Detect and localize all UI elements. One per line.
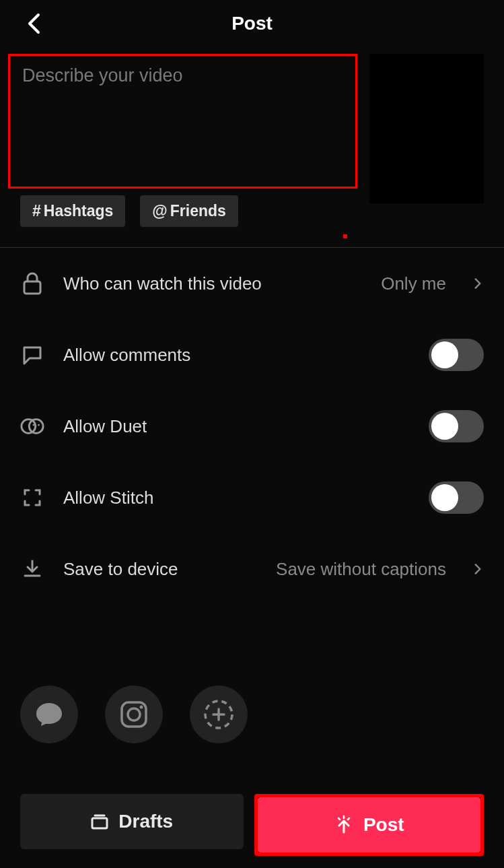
post-button[interactable]: Post (258, 797, 481, 853)
svg-point-7 (140, 706, 143, 709)
comments-row: Allow comments (20, 319, 484, 391)
back-button[interactable] (20, 10, 47, 37)
post-label: Post (363, 814, 404, 836)
privacy-label: Who can watch this video (63, 273, 362, 294)
duet-toggle[interactable] (429, 410, 484, 442)
drafts-icon (90, 813, 109, 830)
drafts-button[interactable]: Drafts (20, 794, 244, 849)
friends-label: Friends (170, 202, 226, 220)
comment-icon (20, 343, 44, 367)
comments-label: Allow comments (63, 345, 410, 366)
privacy-value: Only me (381, 273, 446, 294)
svg-point-6 (128, 708, 140, 721)
save-row[interactable]: Save to device Save without captions (20, 533, 484, 605)
stitch-row: Allow Stitch (20, 462, 484, 533)
share-message-button[interactable] (20, 686, 78, 743)
svg-point-3 (32, 424, 34, 426)
stitch-icon (20, 486, 44, 510)
chevron-left-icon (26, 12, 41, 35)
caption-placeholder: Describe your video (22, 65, 343, 86)
save-label: Save to device (63, 559, 257, 580)
friends-button[interactable]: @ Friends (140, 195, 238, 227)
stitch-label: Allow Stitch (63, 488, 410, 508)
lock-icon (20, 271, 44, 296)
download-icon (20, 557, 44, 581)
drafts-label: Drafts (118, 811, 173, 832)
save-value: Save without captions (276, 559, 446, 580)
duet-row: Allow Duet (20, 391, 484, 462)
add-circle-dashed-icon (203, 698, 235, 731)
comments-toggle[interactable] (429, 339, 484, 371)
post-icon (334, 815, 354, 835)
privacy-row[interactable]: Who can watch this video Only me (20, 248, 484, 319)
highlight-dot (343, 234, 347, 238)
video-thumbnail[interactable] (369, 54, 484, 203)
share-more-button[interactable] (190, 686, 248, 743)
share-instagram-button[interactable] (105, 686, 163, 743)
duet-label: Allow Duet (63, 416, 410, 437)
duet-icon (20, 414, 44, 438)
hashtags-button[interactable]: # Hashtags (20, 195, 125, 227)
svg-rect-0 (24, 281, 40, 294)
instagram-icon (119, 700, 149, 729)
svg-rect-9 (92, 818, 107, 828)
stitch-toggle[interactable] (429, 481, 484, 514)
chevron-right-icon (472, 277, 484, 290)
mention-icon: @ (152, 202, 167, 220)
hashtag-icon: # (32, 202, 41, 220)
hashtags-label: Hashtags (44, 202, 114, 220)
page-title: Post (231, 13, 273, 34)
speech-bubble-icon (35, 702, 63, 727)
caption-input[interactable]: Describe your video (8, 54, 357, 189)
chevron-right-icon (472, 563, 484, 575)
svg-point-4 (38, 424, 40, 426)
